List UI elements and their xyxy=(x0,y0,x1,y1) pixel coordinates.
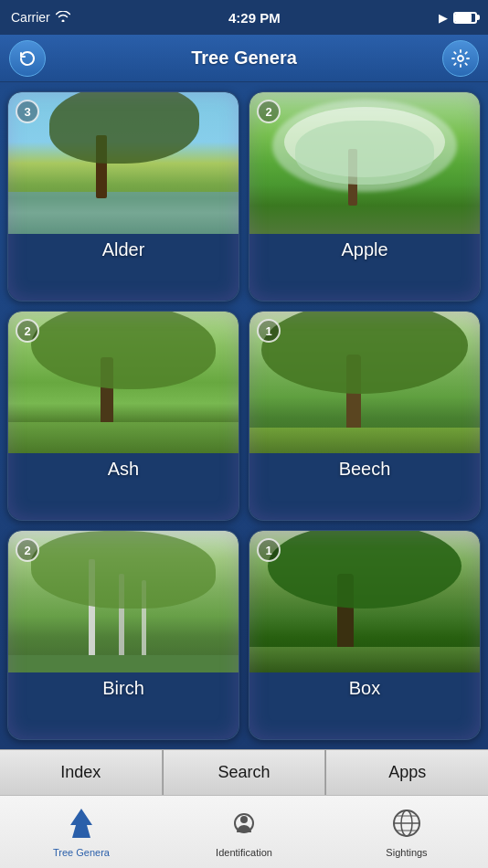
tree-genera-icon xyxy=(65,807,98,843)
birch-badge: 2 xyxy=(16,538,39,562)
apple-image xyxy=(249,92,480,234)
alder-badge: 3 xyxy=(16,100,39,123)
tree-grid: 3 Alder 2 Apple 2 Ash xyxy=(0,82,488,749)
status-time: 4:29 PM xyxy=(228,10,281,26)
location-arrow-icon: ▶ xyxy=(439,11,448,25)
identification-icon xyxy=(228,807,260,843)
wifi-icon xyxy=(56,10,70,25)
ash-badge: 2 xyxy=(16,319,39,343)
nav-tree-genera-label: Tree Genera xyxy=(53,847,110,858)
settings-button[interactable] xyxy=(442,40,479,77)
status-right: ▶ xyxy=(439,11,477,25)
tree-card-beech[interactable]: 1 Beech xyxy=(249,311,481,521)
status-left: Carrier xyxy=(11,10,70,25)
alder-image xyxy=(8,92,239,234)
tree-card-birch[interactable]: 2 Birch xyxy=(7,530,239,740)
bottom-nav: Tree Genera Identification Sightings xyxy=(0,795,488,868)
tab-index[interactable]: Index xyxy=(0,750,163,795)
apple-badge: 2 xyxy=(257,100,281,123)
birch-image xyxy=(8,531,239,672)
ash-image xyxy=(8,312,239,453)
apple-name: Apple xyxy=(249,234,480,268)
svg-marker-1 xyxy=(70,809,92,838)
beech-name: Beech xyxy=(249,453,480,487)
status-bar: Carrier 4:29 PM ▶ xyxy=(0,0,488,35)
box-image xyxy=(249,531,480,672)
tree-card-box[interactable]: 1 Box xyxy=(249,530,481,740)
beech-badge: 1 xyxy=(257,319,281,343)
nav-sightings-label: Sightings xyxy=(386,847,427,858)
tree-card-alder[interactable]: 3 Alder xyxy=(7,91,239,302)
battery-fill xyxy=(455,14,472,22)
alder-name: Alder xyxy=(8,234,239,268)
refresh-button[interactable] xyxy=(9,40,46,77)
tab-search[interactable]: Search xyxy=(164,750,326,795)
tree-card-apple[interactable]: 2 Apple xyxy=(249,91,481,302)
svg-point-3 xyxy=(240,816,248,823)
battery-indicator xyxy=(453,12,477,24)
svg-point-0 xyxy=(458,56,463,61)
segment-tabs: Index Search Apps xyxy=(0,749,488,795)
header: Tree Genera xyxy=(0,35,488,82)
beech-image xyxy=(249,312,480,453)
box-badge: 1 xyxy=(257,538,281,562)
sightings-icon xyxy=(390,807,423,843)
tree-card-ash[interactable]: 2 Ash xyxy=(7,311,239,521)
page-title: Tree Genera xyxy=(191,48,297,69)
nav-identification[interactable]: Identification xyxy=(163,796,325,868)
nav-tree-genera[interactable]: Tree Genera xyxy=(0,796,163,868)
birch-name: Birch xyxy=(8,672,239,706)
carrier-text: Carrier xyxy=(11,10,50,25)
box-name: Box xyxy=(249,672,480,706)
nav-sightings[interactable]: Sightings xyxy=(325,796,488,868)
tab-apps[interactable]: Apps xyxy=(326,750,488,795)
ash-name: Ash xyxy=(8,453,239,487)
nav-identification-label: Identification xyxy=(216,847,272,858)
